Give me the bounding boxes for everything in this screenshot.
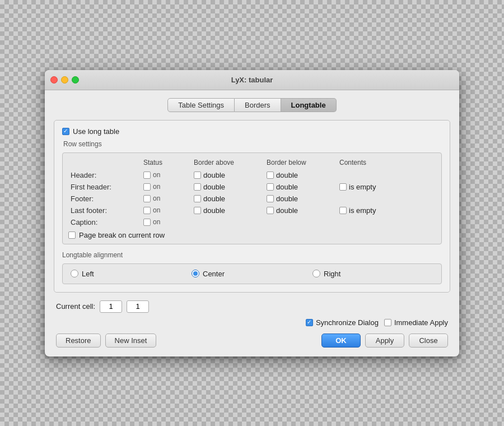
row-first-header-label: First header: [68, 182, 141, 192]
dialog-content: Table Settings Borders Longtable Use lon… [45, 90, 459, 356]
row-last-footer-border-above: double [192, 205, 264, 216]
tab-borders[interactable]: Borders [235, 98, 281, 112]
tab-table-settings[interactable]: Table Settings [167, 98, 235, 112]
immediate-apply-checkbox[interactable] [384, 319, 391, 326]
row-first-header-border-above: double [192, 182, 264, 192]
row-caption-status: on [141, 217, 192, 227]
row-header-contents [337, 174, 410, 176]
ok-button[interactable]: OK [321, 334, 361, 348]
row-last-footer-on: on [153, 206, 160, 214]
align-option-right: Right [312, 270, 433, 278]
row-first-header-status-cb[interactable] [143, 183, 151, 191]
row-settings-title: Row settings [62, 140, 442, 148]
align-center-radio[interactable] [192, 270, 199, 277]
row-last-footer-border-below: double [264, 205, 337, 216]
restore-button[interactable]: Restore [56, 334, 101, 348]
apply-button[interactable]: Apply [365, 334, 404, 348]
col-label-empty [68, 158, 141, 168]
maximize-traffic-light[interactable] [72, 76, 79, 84]
row-footer-status: on [141, 193, 192, 203]
traffic-lights [50, 76, 79, 84]
current-cell-row: Current cell: [56, 300, 448, 313]
align-right-label: Right [324, 270, 340, 278]
align-left-label: Left [82, 270, 94, 278]
close-traffic-light[interactable] [50, 76, 58, 84]
row-header-border-below-cb[interactable] [267, 172, 274, 179]
row-header-border-above-label: double [203, 171, 225, 179]
row-first-header-status: on [141, 182, 192, 192]
row-first-header-border-below-label: double [276, 183, 298, 191]
cell-row-input[interactable] [100, 300, 122, 313]
row-last-footer-border-below-label: double [276, 206, 298, 215]
minimize-traffic-light[interactable] [61, 76, 68, 84]
table-row: Footer: on double double [68, 193, 436, 204]
table-row: Header: on double double [68, 170, 436, 180]
page-break-checkbox[interactable] [68, 231, 76, 239]
rs-header-row: Status Border above Border below Content… [68, 158, 436, 168]
cell-col-input[interactable] [127, 300, 149, 313]
row-first-header-contents: is empty [337, 182, 410, 192]
col-border-above: Border above [192, 158, 264, 168]
left-buttons: Restore New Inset [56, 334, 156, 348]
row-header-border-above-cb[interactable] [194, 172, 201, 179]
row-first-header-contents-label: is empty [349, 183, 376, 191]
immediate-apply-label: Immediate Apply [394, 318, 448, 327]
row-footer-border-below-label: double [276, 195, 298, 203]
sync-dialog-label: Synchronize Dialog [316, 318, 379, 327]
dialog-window: LyX: tabular Table Settings Borders Long… [45, 70, 459, 356]
table-row: Last footer: on double double [68, 205, 436, 216]
align-option-center: Center [192, 270, 312, 278]
table-row: First header: on double double [68, 182, 436, 192]
row-footer-border-above: double [192, 193, 264, 204]
row-first-header-contents-cb[interactable] [339, 183, 347, 191]
use-long-table-row: Use long table [62, 127, 442, 136]
bottom-area: Current cell: Synchronize Dialog Immedia… [54, 300, 450, 348]
row-header-on: on [153, 171, 160, 179]
row-last-footer-status: on [141, 205, 192, 215]
col-border-below: Border below [264, 158, 337, 168]
row-last-footer-label: Last footer: [68, 205, 141, 216]
row-last-footer-border-below-cb[interactable] [267, 207, 274, 214]
row-footer-on: on [153, 195, 160, 202]
alignment-options-row: Left Center Right [71, 270, 433, 278]
row-footer-border-above-cb[interactable] [194, 195, 201, 202]
tab-longtable[interactable]: Longtable [281, 98, 337, 112]
row-header-status: on [141, 170, 192, 180]
row-last-footer-contents: is empty [337, 205, 410, 216]
row-footer-contents [337, 197, 410, 200]
row-footer-border-below-cb[interactable] [267, 195, 274, 202]
page-break-row: Page break on current row [68, 231, 436, 239]
row-footer-label: Footer: [68, 193, 141, 204]
sync-row: Synchronize Dialog Immediate Apply [56, 318, 448, 327]
row-header-border-below-label: double [276, 171, 298, 179]
row-last-footer-border-above-cb[interactable] [194, 207, 201, 214]
row-footer-border-below: double [264, 193, 337, 204]
row-caption-status-cb[interactable] [143, 219, 151, 226]
row-header-border-below: double [264, 170, 337, 180]
row-footer-status-cb[interactable] [143, 195, 151, 202]
current-cell-label: Current cell: [56, 302, 95, 311]
row-first-header-border-below: double [264, 182, 337, 192]
alignment-box: Left Center Right [62, 263, 442, 284]
row-first-header-border-below-cb[interactable] [267, 183, 274, 191]
row-last-footer-contents-label: is empty [349, 206, 376, 215]
row-last-footer-status-cb[interactable] [143, 207, 151, 214]
row-header-label: Header: [68, 170, 141, 180]
align-left-radio[interactable] [71, 270, 78, 277]
close-button[interactable]: Close [409, 334, 448, 348]
sync-dialog-option: Synchronize Dialog [306, 318, 379, 327]
table-row: Caption: on [68, 217, 436, 228]
row-last-footer-contents-cb[interactable] [339, 207, 347, 214]
use-long-table-checkbox[interactable] [62, 128, 69, 135]
button-row: Restore New Inset OK Apply Close [56, 334, 448, 348]
use-long-table-label: Use long table [73, 127, 119, 136]
row-header-status-cb[interactable] [143, 172, 151, 179]
align-right-radio[interactable] [312, 270, 320, 277]
sync-dialog-checkbox[interactable] [306, 319, 313, 326]
row-first-header-border-above-cb[interactable] [194, 183, 201, 191]
titlebar: LyX: tabular [45, 70, 459, 90]
align-center-label: Center [203, 270, 225, 278]
row-caption-label: Caption: [68, 217, 141, 228]
new-inset-button[interactable]: New Inset [105, 334, 157, 348]
longtable-panel: Use long table Row settings Status Borde… [54, 120, 450, 293]
